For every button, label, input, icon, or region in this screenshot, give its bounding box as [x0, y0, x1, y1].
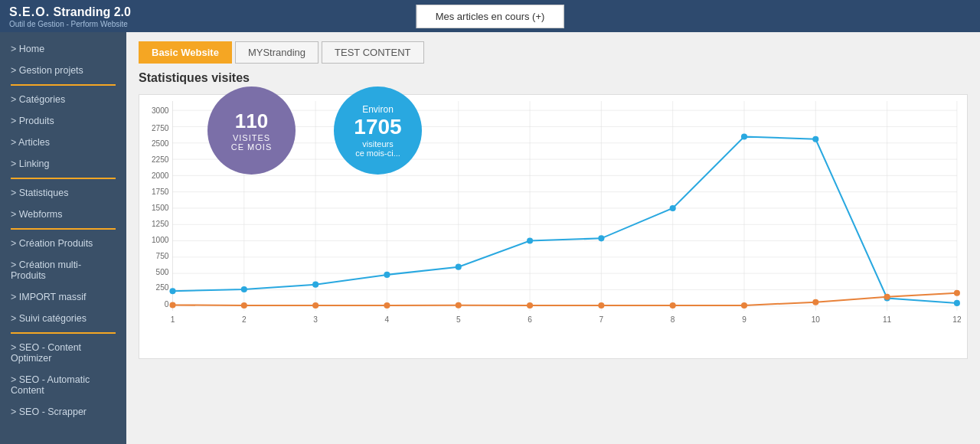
orange-dot-10: [812, 299, 818, 305]
svg-text:12: 12: [952, 315, 961, 324]
svg-text:0: 0: [165, 300, 169, 309]
circle-visitors-label2: ce mois-ci...: [355, 149, 400, 158]
logo-name: Stranding 2.0: [54, 5, 131, 18]
orange-dot-9: [741, 302, 747, 309]
orange-dot-1: [169, 302, 175, 308]
sidebar-item-gestion-projets[interactable]: > Gestion projets: [0, 60, 126, 81]
orange-dot-11: [884, 294, 890, 300]
tab-1[interactable]: MYStranding: [235, 41, 318, 64]
sidebar-item-import-massif[interactable]: > IMPORT massif: [0, 286, 126, 308]
svg-text:7: 7: [599, 315, 604, 324]
header: S.E.O. Stranding 2.0 Outil de Gestion - …: [0, 0, 980, 32]
tabs: Basic WebsiteMYStrandingTEST CONTENT: [139, 41, 968, 64]
svg-text:2750: 2750: [152, 124, 169, 132]
svg-text:9: 9: [742, 315, 746, 324]
logo: S.E.O. Stranding 2.0 Outil de Gestion - …: [9, 4, 131, 28]
logo-title: S.E.O. Stranding 2.0: [9, 4, 131, 20]
svg-text:5: 5: [456, 315, 461, 324]
svg-text:1500: 1500: [152, 204, 169, 212]
blue-dot-9: [741, 133, 747, 139]
svg-text:2: 2: [242, 315, 247, 324]
circle-visitors: Environ 1705 visiteurs ce mois-ci...: [334, 87, 422, 175]
logo-seo: S.E.O.: [9, 5, 50, 18]
sidebar-item-suivi-categories[interactable]: > Suivi catégories: [0, 308, 126, 329]
orange-line: [173, 293, 957, 305]
svg-text:2250: 2250: [152, 155, 169, 164]
orange-dot-7: [598, 302, 604, 309]
header-center: Mes articles en cours (+): [416, 5, 564, 28]
svg-text:1750: 1750: [152, 188, 169, 196]
sidebar-item-statistiques[interactable]: > Statistiques: [0, 182, 126, 204]
blue-dot-7: [598, 235, 604, 241]
sidebar-separator: [11, 178, 116, 179]
svg-text:8: 8: [671, 315, 675, 324]
sidebar-item-webforms[interactable]: > Webforms: [0, 204, 126, 225]
orange-dot-2: [241, 302, 247, 309]
blue-dot-1: [169, 288, 175, 294]
blue-dot-2: [241, 286, 247, 292]
circle-visits-number: 110: [235, 109, 268, 133]
svg-text:3: 3: [313, 315, 318, 324]
sidebar-separator: [11, 84, 116, 86]
orange-dot-12: [954, 290, 960, 296]
circle-visitors-number: 1705: [354, 115, 401, 139]
main-content: Basic WebsiteMYStrandingTEST CONTENT Sta…: [126, 32, 980, 444]
sidebar-separator: [11, 228, 116, 230]
svg-text:10: 10: [812, 315, 821, 324]
sidebar-item-linking[interactable]: > Linking: [0, 153, 126, 175]
blue-dot-8: [670, 205, 676, 211]
circle-visitors-label1: visiteurs: [362, 139, 393, 149]
sidebar-item-seo-scrapper[interactable]: > SEO - Scrapper: [0, 401, 126, 423]
svg-text:2500: 2500: [152, 139, 169, 148]
sidebar-item-creation-produits[interactable]: > Création Produits: [0, 233, 126, 254]
layout: > Home> Gestion projets> Catégories> Pro…: [0, 32, 980, 444]
blue-dot-5: [456, 264, 462, 270]
svg-text:750: 750: [156, 252, 169, 260]
sidebar-item-seo-automatic-content[interactable]: > SEO - Automatic Content: [0, 369, 126, 401]
svg-text:6: 6: [528, 315, 532, 324]
sidebar-item-home[interactable]: > Home: [0, 38, 126, 60]
blue-dot-3: [312, 282, 318, 288]
orange-dot-3: [312, 302, 318, 309]
blue-dot-10: [812, 136, 818, 142]
svg-text:3000: 3000: [152, 106, 169, 115]
sidebar-item-seo-content-optimizer[interactable]: > SEO - Content Optimizer: [0, 337, 126, 369]
sidebar-item-creation-multi-produits[interactable]: > Création multi-Produits: [0, 254, 126, 286]
sidebar: > Home> Gestion projets> Catégories> Pro…: [0, 32, 126, 444]
blue-dot-6: [527, 238, 533, 244]
sidebar-item-articles[interactable]: > Articles: [0, 132, 126, 153]
circle-visits-label2: CE MOIS: [231, 142, 272, 152]
sidebar-item-produits[interactable]: > Produits: [0, 110, 126, 132]
logo-subtitle: Outil de Gestion - Perform Website: [9, 20, 131, 28]
svg-text:500: 500: [156, 268, 169, 276]
svg-text:1: 1: [171, 315, 175, 324]
svg-text:11: 11: [883, 315, 892, 324]
stats-title: Statistiques visites: [139, 71, 968, 85]
blue-dot-12: [954, 300, 960, 306]
svg-text:4: 4: [385, 315, 390, 324]
sidebar-item-categories[interactable]: > Catégories: [0, 89, 126, 110]
articles-button[interactable]: Mes articles en cours (+): [416, 5, 564, 28]
circle-visits: 110 VISITES CE MOIS: [207, 87, 296, 175]
circle-visitors-pre: Environ: [362, 104, 394, 115]
orange-dot-5: [456, 302, 462, 309]
tab-2[interactable]: TEST CONTENT: [322, 41, 423, 64]
blue-dot-4: [384, 272, 390, 278]
circle-visits-label1: VISITES: [233, 133, 270, 142]
tab-0[interactable]: Basic Website: [139, 41, 232, 64]
sidebar-separator: [11, 332, 116, 334]
orange-dot-4: [384, 302, 390, 309]
svg-text:2000: 2000: [152, 171, 169, 180]
orange-dot-8: [670, 302, 676, 309]
svg-text:250: 250: [156, 283, 169, 292]
svg-text:1250: 1250: [152, 220, 169, 228]
svg-text:1000: 1000: [152, 236, 169, 244]
orange-dot-6: [527, 302, 533, 309]
